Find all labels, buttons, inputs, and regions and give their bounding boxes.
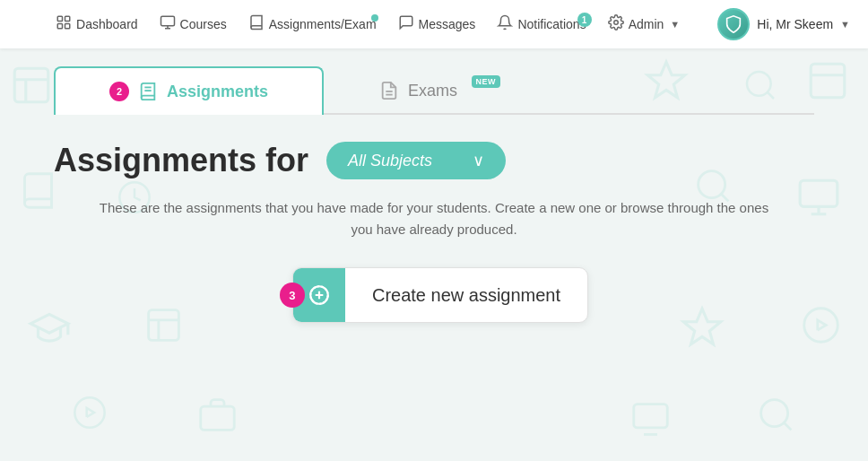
svg-rect-22	[201, 406, 235, 430]
svg-rect-29	[57, 24, 62, 29]
assignments-tab-icon	[138, 82, 158, 101]
svg-rect-28	[65, 16, 70, 21]
messages-icon	[398, 14, 414, 34]
nav-notifications-label: Notifications	[517, 17, 586, 31]
courses-icon	[160, 14, 176, 34]
svg-point-21	[74, 397, 104, 427]
notifications-count-badge: 1	[577, 13, 592, 27]
dashboard-icon	[56, 14, 72, 34]
tab-assignments[interactable]: 2 Assignments	[54, 66, 324, 115]
nav-admin-label: Admin	[629, 17, 664, 31]
nav-assignments-label: Assignments/Exam	[269, 17, 377, 31]
exams-tab-icon	[379, 81, 399, 100]
tab-exams[interactable]: Exams NEW	[324, 66, 513, 113]
page-heading: Assignments for All Subjects ∨	[54, 142, 814, 179]
admin-dropdown-arrow: ▼	[670, 19, 680, 30]
avatar	[717, 8, 750, 40]
admin-icon	[608, 14, 624, 34]
nav-courses-label: Courses	[180, 17, 227, 31]
description-text: These are the assignments that you have …	[93, 197, 775, 240]
page-title: Assignments for	[54, 142, 308, 179]
assignments-dot-badge	[371, 14, 378, 22]
create-assignment-label: Create new assignment	[345, 285, 587, 306]
tab-assignments-label: Assignments	[167, 83, 268, 101]
svg-rect-30	[65, 24, 70, 29]
tabs-container: 2 Assignments Exams NEW	[54, 66, 814, 115]
nav-notifications[interactable]: Notifications 1	[488, 9, 595, 39]
nav-user-dropdown-arrow: ▼	[840, 19, 850, 30]
svg-point-25	[761, 400, 788, 427]
tab-exams-label: Exams	[408, 82, 457, 100]
subject-dropdown-arrow: ∨	[473, 151, 484, 170]
svg-rect-27	[57, 16, 62, 21]
subject-dropdown-label: All Subjects	[348, 152, 432, 170]
navbar: Dashboard Courses Assignments/Exam Messa…	[0, 0, 868, 48]
create-assignment-button[interactable]: Create new assignment	[292, 267, 588, 323]
svg-rect-31	[161, 16, 174, 26]
nav-admin[interactable]: Admin ▼	[599, 9, 690, 39]
svg-line-26	[784, 422, 791, 430]
subject-dropdown[interactable]: All Subjects ∨	[326, 142, 506, 179]
nav-dashboard[interactable]: Dashboard	[47, 9, 147, 39]
assignments-step-badge: 2	[109, 82, 129, 101]
create-button-container: 3 Create new assignment	[54, 267, 814, 323]
notifications-icon	[497, 14, 513, 34]
svg-rect-23	[634, 404, 668, 428]
nav-messages[interactable]: Messages	[389, 9, 485, 39]
nav-assignments[interactable]: Assignments/Exam	[239, 9, 386, 39]
nav-dashboard-label: Dashboard	[76, 17, 138, 31]
nav-messages-label: Messages	[419, 17, 476, 31]
nav-user[interactable]: Hi, Mr Skeem ▼	[717, 8, 850, 40]
assignments-icon	[248, 14, 265, 34]
create-step-badge: 3	[280, 283, 305, 308]
nav-items: Dashboard Courses Assignments/Exam Messa…	[18, 9, 717, 39]
nav-username: Hi, Mr Skeem	[757, 17, 833, 31]
exams-new-badge: NEW	[472, 75, 501, 88]
nav-courses[interactable]: Courses	[151, 9, 236, 39]
main-content: 2 Assignments Exams NEW Assignments for …	[0, 48, 868, 323]
svg-point-34	[613, 21, 618, 25]
